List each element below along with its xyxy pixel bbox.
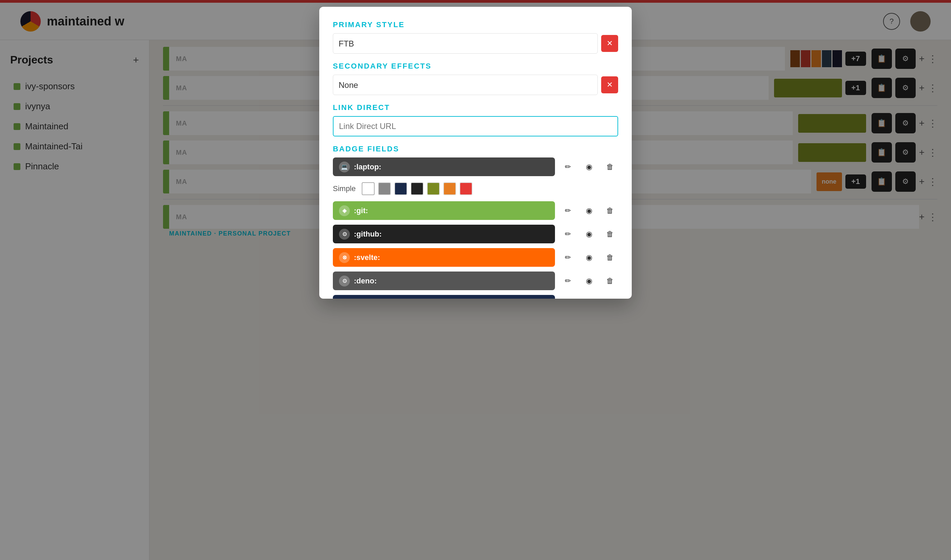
badge-edit-laptop[interactable]: ✏ (560, 159, 576, 175)
badge-label-github: :github: (354, 230, 382, 238)
badge-label-deno: :deno: (354, 277, 377, 285)
badge-row-deno: ⊙ :deno: ✏ ◉ 🗑 (333, 272, 618, 290)
badge-row-git: ◈ :git: ✏ ◉ 🗑 (333, 201, 618, 220)
secondary-effects-select[interactable]: None (333, 75, 598, 95)
badge-deno: ⊙ :deno: (333, 272, 555, 290)
color-black[interactable] (411, 182, 424, 195)
primary-style-row: FTB ✕ (333, 33, 618, 54)
link-direct-label: LINK DIRECT (333, 103, 618, 112)
primary-style-label: PRIMARY STYLE (333, 20, 618, 29)
badge-edit-github[interactable]: ✏ (560, 226, 576, 242)
color-white[interactable] (362, 182, 375, 195)
badge-row-github: ⊙ :github: ✏ ◉ 🗑 (333, 225, 618, 243)
badge-fields-section: BADGE FIELDS 💻 :laptop: ✏ ◉ 🗑 Simple (333, 145, 618, 298)
badge-icon-deno: ⊙ (339, 275, 350, 286)
badge-github: ⊙ :github: (333, 225, 555, 243)
color-gray[interactable] (378, 182, 391, 195)
badge-delete-digitalocean[interactable]: 🗑 (602, 296, 618, 299)
badge-svelte: ⊗ :svelte: (333, 248, 555, 267)
secondary-effects-clear-btn[interactable]: ✕ (601, 76, 618, 93)
modal: PRIMARY STYLE FTB ✕ SECONDARY EFFECTS No… (319, 7, 632, 298)
badge-delete-github[interactable]: 🗑 (602, 226, 618, 242)
badge-edit-deno[interactable]: ✏ (560, 273, 576, 289)
style-label: Simple (333, 184, 356, 193)
badge-preview-svelte[interactable]: ◉ (581, 249, 597, 266)
badge-delete-laptop[interactable]: 🗑 (602, 159, 618, 175)
badge-icon-github: ⊙ (339, 229, 350, 240)
badge-edit-git[interactable]: ✏ (560, 203, 576, 219)
badge-preview-git[interactable]: ◉ (581, 203, 597, 219)
color-navy[interactable] (394, 182, 407, 195)
link-direct-input[interactable] (333, 116, 618, 137)
badge-row-laptop: 💻 :laptop: ✏ ◉ 🗑 (333, 157, 618, 176)
primary-style-clear-btn[interactable]: ✕ (601, 35, 618, 52)
modal-overlay[interactable]: PRIMARY STYLE FTB ✕ SECONDARY EFFECTS No… (0, 0, 951, 560)
badge-delete-svelte[interactable]: 🗑 (602, 249, 618, 266)
badge-preview-digitalocean[interactable]: ◉ (581, 296, 597, 299)
badge-row-svelte: ⊗ :svelte: ✏ ◉ 🗑 (333, 248, 618, 267)
badge-preview-laptop[interactable]: ◉ (581, 159, 597, 175)
badge-delete-deno[interactable]: 🗑 (602, 273, 618, 289)
badge-digitalocean: ↺ :digitalocean: (333, 295, 555, 298)
badge-delete-git[interactable]: 🗑 (602, 203, 618, 219)
badge-edit-digitalocean[interactable]: ✏ (560, 296, 576, 299)
badge-label-git: :git: (354, 206, 368, 215)
badge-edit-svelte[interactable]: ✏ (560, 249, 576, 266)
badge-icon-git: ◈ (339, 205, 350, 216)
style-row-laptop: Simple (333, 181, 618, 197)
primary-style-select[interactable]: FTB (333, 33, 598, 54)
badge-git: ◈ :git: (333, 201, 555, 220)
badge-preview-github[interactable]: ◉ (581, 226, 597, 242)
badge-label-laptop: :laptop: (354, 163, 381, 171)
badge-laptop: 💻 :laptop: (333, 157, 555, 176)
badge-icon-laptop: 💻 (339, 162, 350, 172)
badge-preview-deno[interactable]: ◉ (581, 273, 597, 289)
primary-style-section: PRIMARY STYLE FTB ✕ (333, 20, 618, 54)
badge-row-digitalocean: ↺ :digitalocean: ✏ ◉ 🗑 (333, 295, 618, 298)
badge-label-svelte: :svelte: (354, 253, 380, 262)
color-orange[interactable] (443, 182, 456, 195)
color-red[interactable] (459, 182, 472, 195)
badge-icon-svelte: ⊗ (339, 252, 350, 263)
color-olive[interactable] (427, 182, 440, 195)
secondary-effects-row: None ✕ (333, 75, 618, 95)
secondary-effects-label: SECONDARY EFFECTS (333, 62, 618, 71)
secondary-effects-section: SECONDARY EFFECTS None ✕ (333, 62, 618, 95)
link-direct-section: LINK DIRECT (333, 103, 618, 145)
badge-fields-label: BADGE FIELDS (333, 145, 618, 154)
